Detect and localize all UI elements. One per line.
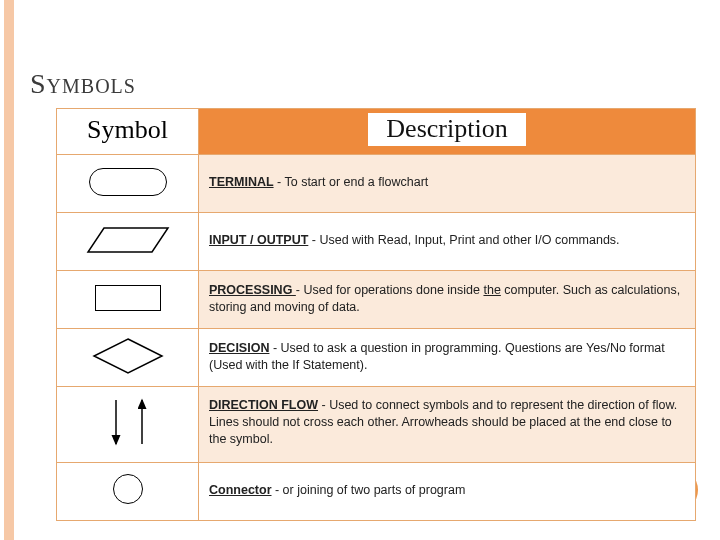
slide: Symbols Symbol Description TERMINAL - To…	[0, 0, 720, 540]
title-text: Symbols	[30, 68, 136, 99]
description-cell: PROCESSING - Used for operations done in…	[199, 271, 696, 329]
page-title: Symbols	[30, 68, 694, 100]
description-cell: Connector - or joining of two parts of p…	[199, 462, 696, 520]
table-row: INPUT / OUTPUT - Used with Read, Input, …	[57, 213, 696, 271]
term-name: DECISION	[209, 341, 269, 355]
term-desc: Used with Read, Input, Print and other I…	[319, 233, 619, 247]
description-cell: TERMINAL - To start or end a flowchart	[199, 155, 696, 213]
term-name: TERMINAL	[209, 175, 274, 189]
term-sep: -	[269, 341, 280, 355]
io-icon	[86, 225, 170, 255]
term-desc-pre: Used for operations done inside	[303, 283, 483, 297]
term-name: DIRECTION FLOW	[209, 398, 318, 412]
table-row: Connector - or joining of two parts of p…	[57, 462, 696, 520]
symbol-cell	[57, 155, 199, 213]
term-sep: -	[272, 483, 283, 497]
left-accent-strip	[4, 0, 14, 540]
svg-marker-1	[94, 339, 162, 373]
col-header-symbol: Symbol	[57, 109, 199, 155]
table-row: PROCESSING - Used for operations done in…	[57, 271, 696, 329]
table-header-row: Symbol Description	[57, 109, 696, 155]
term-sep: -	[308, 233, 319, 247]
description-cell: DIRECTION FLOW - Used to connect symbols…	[199, 387, 696, 463]
terminal-icon	[89, 168, 167, 196]
term-name: INPUT / OUTPUT	[209, 233, 308, 247]
term-name: Connector	[209, 483, 272, 497]
table-row: DECISION - Used to ask a question in pro…	[57, 329, 696, 387]
description-cell: DECISION - Used to ask a question in pro…	[199, 329, 696, 387]
direction-flow-icon	[88, 394, 168, 450]
description-cell: INPUT / OUTPUT - Used with Read, Input, …	[199, 213, 696, 271]
svg-marker-0	[88, 228, 168, 252]
term-sep: -	[274, 175, 285, 189]
table-row: DIRECTION FLOW - Used to connect symbols…	[57, 387, 696, 463]
decision-icon	[91, 336, 165, 376]
col-header-description: Description	[199, 109, 696, 155]
term-desc: or joining of two parts of program	[283, 483, 466, 497]
table-row: TERMINAL - To start or end a flowchart	[57, 155, 696, 213]
symbol-cell	[57, 329, 199, 387]
term-sep: -	[318, 398, 329, 412]
col-header-description-label: Description	[368, 113, 525, 146]
symbols-table: Symbol Description TERMINAL - To start o…	[56, 108, 696, 521]
term-name: PROCESSING	[209, 283, 296, 297]
symbol-cell	[57, 213, 199, 271]
process-icon	[95, 285, 161, 311]
term-desc-underlined: the	[483, 283, 500, 297]
symbol-cell	[57, 271, 199, 329]
term-desc: To start or end a flowchart	[284, 175, 428, 189]
connector-icon	[113, 474, 143, 504]
symbol-cell	[57, 462, 199, 520]
symbol-cell	[57, 387, 199, 463]
